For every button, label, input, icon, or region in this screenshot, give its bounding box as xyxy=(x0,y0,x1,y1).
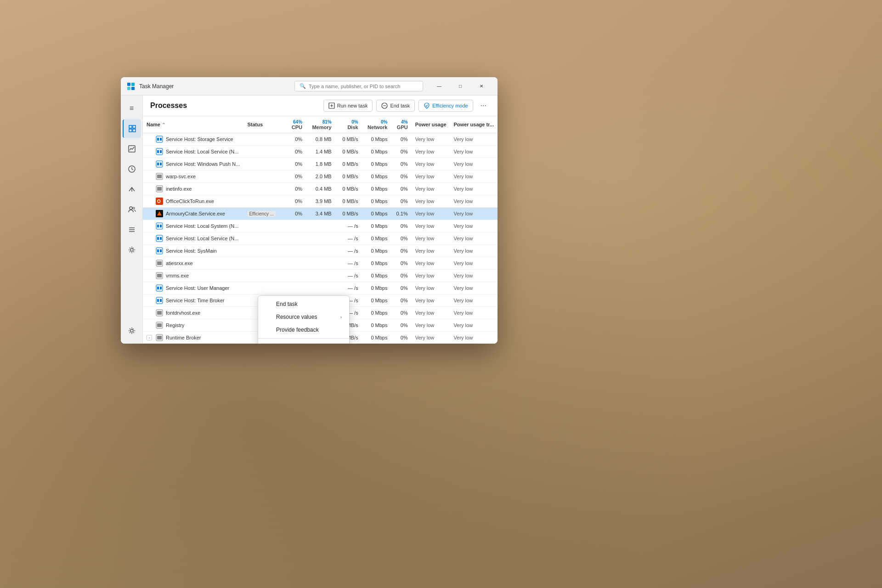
process-network-cell: 0 Mbps xyxy=(362,170,391,183)
process-power-trend-cell: Very low xyxy=(450,133,498,146)
col-gpu[interactable]: 4% GPU xyxy=(391,116,411,133)
context-menu-item-provide-feedback[interactable]: Provide feedback xyxy=(258,323,349,336)
process-name-label: Service Host: Storage Service xyxy=(166,136,233,142)
process-icon xyxy=(156,297,163,304)
sidebar-item-users[interactable] xyxy=(123,200,141,219)
process-disk-cell: 0 MB/s xyxy=(335,183,362,195)
process-network-cell: 0 Mbps xyxy=(362,307,391,319)
process-power-cell: Very low xyxy=(412,232,450,245)
col-network[interactable]: 0% Network xyxy=(362,116,391,133)
process-memory-cell xyxy=(306,220,335,232)
process-icon: O xyxy=(156,198,163,205)
close-button[interactable]: ✕ xyxy=(471,79,492,94)
process-cpu-cell: 0% xyxy=(280,146,306,158)
process-icon xyxy=(156,260,163,267)
svg-rect-2 xyxy=(127,87,130,90)
settings-button[interactable] xyxy=(123,322,141,340)
svg-rect-7 xyxy=(133,129,136,132)
process-name-cell: › Runtime Broker xyxy=(143,332,243,344)
context-menu-separator xyxy=(258,338,349,339)
process-gpu-cell: 0% xyxy=(391,170,411,183)
col-cpu[interactable]: 64% CPU xyxy=(280,116,306,133)
expand-button[interactable]: › xyxy=(147,335,152,340)
svg-point-17 xyxy=(130,329,133,332)
svg-rect-3 xyxy=(131,87,135,90)
process-status-cell xyxy=(243,282,280,294)
process-network-cell: 0 Mbps xyxy=(362,270,391,282)
process-memory-cell: 2.0 MB xyxy=(306,170,335,183)
process-power-trend-cell: Very low xyxy=(450,257,498,270)
process-name-label: warp-svc.exe xyxy=(166,174,196,179)
sidebar-item-history[interactable] xyxy=(123,160,141,178)
col-name[interactable]: Name ⌃ xyxy=(143,116,243,133)
svg-rect-51 xyxy=(157,274,162,277)
process-memory-cell xyxy=(306,232,335,245)
svg-rect-5 xyxy=(133,125,136,128)
process-power-cell: Very low xyxy=(412,307,450,319)
process-icon xyxy=(156,247,163,254)
sidebar-item-processes[interactable] xyxy=(123,119,141,138)
process-cpu-cell xyxy=(280,245,306,257)
search-bar[interactable]: 🔍 xyxy=(294,81,423,91)
process-power-cell: Very low xyxy=(412,133,450,146)
efficiency-mode-button[interactable]: Efficiency mode xyxy=(418,100,473,112)
col-status[interactable]: Status xyxy=(243,116,280,133)
process-power-trend-cell: Very low xyxy=(450,294,498,307)
process-disk-cell: — /s xyxy=(335,282,362,294)
context-menu-item-efficiency-mode[interactable]: ✓Efficiency mode xyxy=(258,340,349,344)
process-memory-cell xyxy=(306,257,335,270)
process-status-cell: Efficiency ... xyxy=(243,208,280,220)
process-name-cell: ArmouryCrate.Service.exe xyxy=(143,208,243,220)
col-memory[interactable]: 81% Memory xyxy=(306,116,335,133)
process-table-container[interactable]: Name ⌃ Status 64% CPU 81% Memory xyxy=(143,116,498,344)
process-network-cell: 0 Mbps xyxy=(362,183,391,195)
svg-rect-47 xyxy=(160,249,162,252)
sidebar-item-performance[interactable] xyxy=(123,140,141,158)
process-gpu-cell: 0.1% xyxy=(391,208,411,220)
process-icon xyxy=(156,272,163,279)
minimize-button[interactable]: — xyxy=(429,79,450,94)
context-menu-item-resource-values[interactable]: Resource values› xyxy=(258,311,349,323)
process-gpu-cell: 0% xyxy=(391,257,411,270)
process-status-cell xyxy=(243,270,280,282)
process-name-cell: Service Host: Storage Service xyxy=(143,133,243,146)
process-status-cell xyxy=(243,232,280,245)
sidebar-item-details[interactable] xyxy=(123,220,141,239)
process-cpu-cell: 0% xyxy=(280,208,306,220)
col-disk[interactable]: 0% Disk xyxy=(335,116,362,133)
svg-rect-24 xyxy=(157,138,159,141)
process-network-cell: 0 Mbps xyxy=(362,158,391,170)
svg-rect-28 xyxy=(160,150,162,153)
task-manager-window: Task Manager 🔍 — □ ✕ ≡ xyxy=(121,77,498,344)
more-options-button[interactable]: ··· xyxy=(477,99,490,112)
context-menu-item-end-task[interactable]: End task xyxy=(258,298,349,311)
process-status-cell xyxy=(243,245,280,257)
svg-rect-46 xyxy=(157,249,159,252)
col-power-usage[interactable]: Power usage xyxy=(412,116,450,133)
process-gpu-cell: 0% xyxy=(391,146,411,158)
process-name-cell: Registry xyxy=(143,319,243,332)
process-icon xyxy=(156,322,163,329)
process-power-cell: Very low xyxy=(412,220,450,232)
maximize-button[interactable]: □ xyxy=(450,79,471,94)
process-memory-cell: 0.8 MB xyxy=(306,133,335,146)
end-task-button[interactable]: End task xyxy=(376,100,415,112)
process-name-cell: Service Host: SysMain xyxy=(143,245,243,257)
process-power-trend-cell: Very low xyxy=(450,245,498,257)
sidebar-item-services[interactable] xyxy=(123,241,141,259)
sidebar-item-startup[interactable] xyxy=(123,180,141,198)
sidebar-item-hamburger[interactable]: ≡ xyxy=(123,99,141,118)
svg-rect-4 xyxy=(129,125,132,128)
process-power-trend-cell: Very low xyxy=(450,146,498,158)
svg-rect-54 xyxy=(160,287,162,289)
search-input[interactable] xyxy=(309,84,418,89)
run-new-task-button[interactable]: Run new task xyxy=(323,100,373,112)
process-name-label: ArmouryCrate.Service.exe xyxy=(166,211,225,216)
svg-rect-41 xyxy=(160,225,162,227)
window-title: Task Manager xyxy=(139,83,294,90)
process-network-cell: 0 Mbps xyxy=(362,257,391,270)
col-power-trend[interactable]: Power usage tr... xyxy=(450,116,498,133)
process-name-label: atiesrxx.exe xyxy=(166,260,193,266)
process-status-cell xyxy=(243,220,280,232)
svg-text:O: O xyxy=(157,199,161,204)
